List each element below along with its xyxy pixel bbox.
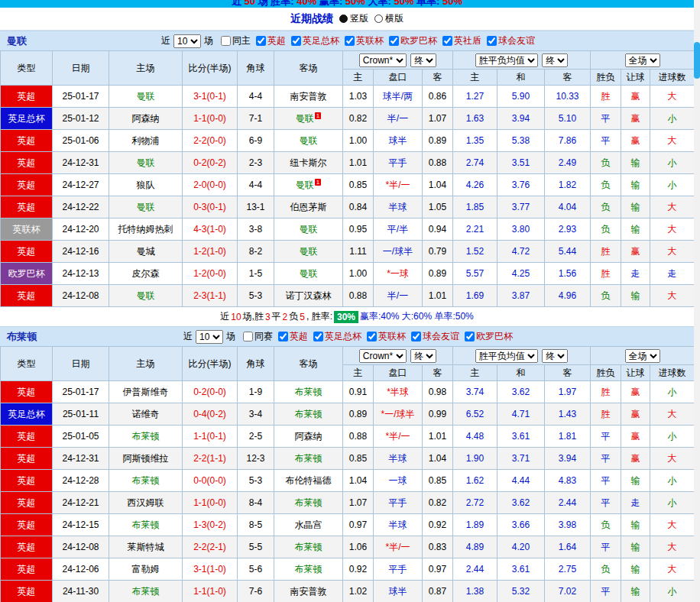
away-team-cell[interactable]: 布莱顿 (274, 381, 343, 403)
match-score[interactable]: 0-2(0-2) (183, 152, 238, 174)
away-team-link[interactable]: 布莱顿 (295, 453, 322, 464)
away-team-cell[interactable]: 阿森纳 (274, 426, 343, 448)
away-team-link[interactable]: 曼联 (300, 224, 318, 235)
match-score[interactable]: 0-4(0-2) (183, 403, 238, 426)
home-team-cell[interactable]: 富勒姆 (109, 558, 183, 581)
match-score[interactable]: 1-1(0-0) (183, 492, 238, 514)
home-team-cell[interactable]: 布莱顿 (109, 581, 183, 602)
league-filter[interactable]: 英社盾 (442, 34, 481, 47)
scrollbar-thumb[interactable] (694, 42, 700, 79)
away-team-cell[interactable]: 布伦特福德 (274, 470, 343, 492)
home-team-cell[interactable]: 诺维奇 (109, 403, 183, 426)
odds-company-select[interactable]: Crown* (359, 53, 407, 67)
away-team-cell[interactable]: 诺丁汉森林 (274, 285, 343, 307)
league-checkbox[interactable] (367, 332, 377, 341)
away-team-link[interactable]: 布莱顿 (295, 497, 322, 508)
match-score[interactable]: 1-1(1-0) (183, 581, 238, 602)
home-team-cell[interactable]: 曼城 (109, 241, 183, 263)
league-checkbox[interactable] (345, 36, 355, 46)
away-team-cell[interactable]: 水晶宫 (274, 514, 343, 536)
away-team-cell[interactable]: 曼联 (274, 218, 343, 241)
home-team-link[interactable]: 曼联 (137, 202, 155, 212)
away-team-cell[interactable]: 布莱顿 (274, 403, 343, 426)
home-team-link[interactable]: 阿斯顿维拉 (123, 453, 169, 464)
scope-select[interactable]: 全场 (625, 349, 660, 363)
home-team-link[interactable]: 托特纳姆热刺 (118, 224, 173, 235)
away-team-link[interactable]: 布莱顿 (295, 564, 322, 574)
match-score[interactable]: 3-1(1-0) (183, 558, 238, 581)
match-score[interactable]: 1-3(0-2) (183, 514, 238, 536)
league-filter[interactable]: 欧罗巴杯 (389, 34, 437, 47)
away-team-cell[interactable]: 纽卡斯尔 (274, 152, 343, 174)
away-team-link[interactable]: 曼联 (300, 268, 318, 279)
home-team-cell[interactable]: 布莱顿 (109, 514, 183, 536)
away-team-cell[interactable]: 布莱顿 (274, 536, 343, 558)
match-score[interactable]: 1-1(0-0) (183, 108, 238, 130)
league-filter[interactable]: 英联杯 (367, 330, 406, 343)
home-team-link[interactable]: 伊普斯维奇 (123, 387, 169, 397)
away-team-link[interactable]: 南安普敦 (290, 91, 327, 102)
home-team-link[interactable]: 曼城 (137, 246, 155, 257)
league-checkbox[interactable] (278, 332, 288, 341)
league-checkbox[interactable] (487, 36, 497, 46)
match-score[interactable]: 0-0(0-0) (183, 470, 238, 492)
league-checkbox[interactable] (291, 36, 301, 46)
match-score[interactable]: 1-2(0-0) (183, 263, 238, 285)
away-team-link[interactable]: 曼联 (300, 135, 318, 146)
home-team-cell[interactable]: 阿斯顿维拉 (109, 448, 183, 470)
scrollbar[interactable] (694, 0, 700, 602)
match-score[interactable]: 2-2(0-0) (183, 130, 238, 152)
league-checkbox[interactable] (411, 332, 421, 341)
away-team-cell[interactable]: 曼联 (274, 241, 343, 263)
league-filter[interactable]: 英足总杯 (313, 330, 361, 343)
match-score[interactable]: 1-1(0-1) (183, 426, 238, 448)
away-team-cell[interactable]: 曼联1 (274, 174, 343, 196)
match-score[interactable]: 2-2(1-1) (183, 448, 238, 470)
league-checkbox[interactable] (465, 332, 475, 341)
home-team-cell[interactable]: 皮尔森 (109, 263, 183, 285)
home-team-link[interactable]: 西汉姆联 (128, 497, 164, 508)
league-filter[interactable]: 英联杯 (345, 34, 384, 47)
home-team-link[interactable]: 曼联 (137, 91, 155, 102)
away-team-cell[interactable]: 南安普敦 (274, 581, 343, 602)
same-checkbox[interactable] (243, 332, 253, 341)
league-checkbox[interactable] (256, 36, 266, 46)
away-team-link[interactable]: 阿森纳 (295, 431, 322, 442)
home-team-link[interactable]: 狼队 (137, 180, 155, 190)
home-team-cell[interactable]: 曼联 (109, 285, 183, 307)
league-checkbox[interactable] (389, 36, 399, 46)
match-score[interactable]: 4-3(1-0) (183, 218, 238, 241)
away-team-link[interactable]: 诺丁汉森林 (286, 290, 332, 301)
home-team-link[interactable]: 利物浦 (132, 135, 160, 146)
odds-time-select[interactable]: 终 (410, 53, 436, 67)
home-team-link[interactable]: 曼联 (137, 290, 155, 301)
odds-company-select[interactable]: Crown* (359, 349, 407, 363)
home-team-link[interactable]: 富勒姆 (132, 564, 160, 574)
odds-time-select[interactable]: 终 (410, 349, 436, 363)
home-team-link[interactable]: 布莱顿 (132, 431, 160, 442)
away-team-link[interactable]: 纽卡斯尔 (290, 157, 327, 168)
home-team-link[interactable]: 布莱顿 (132, 475, 160, 486)
home-team-link[interactable]: 阿森纳 (132, 113, 160, 124)
away-team-cell[interactable]: 曼联1 (274, 108, 343, 130)
same-filter[interactable]: 同赛 (243, 330, 273, 343)
league-filter[interactable]: 英超 (256, 34, 286, 47)
league-filter[interactable]: 英超 (278, 330, 308, 343)
away-team-link[interactable]: 布莱顿 (295, 409, 322, 419)
match-count-select[interactable]: 10 (173, 34, 201, 48)
home-team-cell[interactable]: 托特纳姆热刺 (109, 218, 183, 241)
wdl-time-select[interactable]: 终 (542, 349, 568, 363)
away-team-link[interactable]: 伯恩茅斯 (290, 202, 327, 212)
match-score[interactable]: 2-0(0-0) (183, 174, 238, 196)
league-filter[interactable]: 欧罗巴杯 (465, 330, 513, 343)
match-count-select[interactable]: 10 (196, 330, 223, 344)
layout-radio-vertical[interactable] (339, 15, 348, 23)
home-team-cell[interactable]: 曼联 (109, 196, 183, 218)
away-team-cell[interactable]: 伯恩茅斯 (274, 196, 343, 218)
same-checkbox[interactable] (221, 36, 231, 46)
home-team-cell[interactable]: 曼联 (109, 86, 183, 108)
match-score[interactable]: 0-2(0-0) (183, 381, 238, 403)
away-team-cell[interactable]: 布莱顿 (274, 492, 343, 514)
same-filter[interactable]: 同主 (221, 34, 251, 47)
home-team-link[interactable]: 诺维奇 (132, 409, 160, 419)
